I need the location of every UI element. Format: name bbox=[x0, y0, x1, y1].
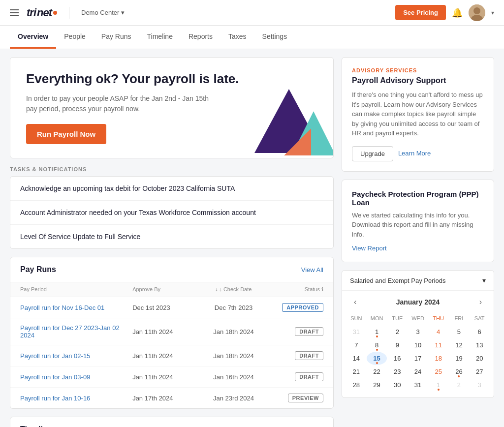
calendar-day-13[interactable]: 13 bbox=[469, 338, 490, 352]
calendar-day-7[interactable]: 7 bbox=[346, 338, 367, 352]
calendar-grid: SUN MON TUE WED THU FRI SAT 311234567891… bbox=[342, 313, 494, 397]
see-pricing-button[interactable]: See Pricing bbox=[395, 5, 446, 20]
dow-thu: THU bbox=[428, 313, 449, 323]
check-date-1: Dec 7th 2023 bbox=[200, 304, 267, 311]
calendar-day-25[interactable]: 25 bbox=[428, 365, 449, 378]
calendar-day-31[interactable]: 31 bbox=[346, 325, 367, 338]
calendar-day-27[interactable]: 27 bbox=[469, 365, 490, 378]
task-item-2[interactable]: Account Administrator needed on your Tex… bbox=[10, 201, 333, 225]
nav-item-settings[interactable]: Settings bbox=[254, 26, 295, 49]
pay-run-link-2[interactable]: Payroll run for Dec 27 2023-Jan 02 2024 bbox=[20, 324, 132, 339]
pay-run-link-3[interactable]: Payroll run for Jan 02-15 bbox=[20, 352, 132, 360]
calendar-day-1[interactable]: 1 bbox=[367, 325, 387, 338]
calendar-dropdown[interactable]: Salaried and Exempt Pay Periods ▾ bbox=[342, 271, 494, 291]
col-pay-period: Pay Period bbox=[20, 286, 132, 293]
calendar-day-of-week: SUN MON TUE WED THU FRI SAT bbox=[346, 313, 490, 323]
calendar-day-19[interactable]: 19 bbox=[449, 352, 470, 365]
nav-item-reports[interactable]: Reports bbox=[181, 26, 220, 49]
dow-wed: WED bbox=[408, 313, 428, 323]
approve-by-4: Jan 11th 2024 bbox=[132, 373, 200, 381]
col-check-date: ↓ ↓ Check Date bbox=[200, 286, 267, 293]
header: trinet Demo Center ▾ See Pricing 🔔 ▾ bbox=[0, 0, 504, 26]
nav-item-taxes[interactable]: Taxes bbox=[220, 26, 254, 49]
calendar-day-31[interactable]: 31 bbox=[408, 378, 428, 392]
calendar-day-6[interactable]: 6 bbox=[469, 325, 490, 338]
demo-center-label: Demo Center bbox=[81, 9, 119, 16]
pay-run-link-1[interactable]: Payroll run for Nov 16-Dec 01 bbox=[20, 304, 132, 311]
calendar-day-10[interactable]: 10 bbox=[408, 338, 428, 352]
hamburger-menu[interactable] bbox=[10, 9, 19, 16]
calendar-prev-button[interactable]: ‹ bbox=[350, 296, 360, 308]
header-left: trinet Demo Center ▾ bbox=[10, 6, 125, 19]
pay-run-link-5[interactable]: Payroll run for Jan 10-16 bbox=[20, 395, 132, 402]
calendar-day-17[interactable]: 17 bbox=[408, 352, 428, 365]
status-3: DRAFT bbox=[267, 351, 323, 360]
nav-item-overview[interactable]: Overview bbox=[10, 26, 56, 49]
calendar-day-3[interactable]: 3 bbox=[469, 378, 490, 392]
pay-run-row-2: Payroll run for Dec 27 2023-Jan 02 2024 … bbox=[10, 318, 333, 345]
calendar-day-29[interactable]: 29 bbox=[367, 378, 387, 392]
pay-runs-view-all[interactable]: View All bbox=[301, 266, 323, 274]
main-nav: Overview People Pay Runs Timeline Report… bbox=[0, 26, 504, 49]
dow-mon: MON bbox=[367, 313, 387, 323]
calendar-day-3[interactable]: 3 bbox=[408, 325, 428, 338]
dow-tue: TUE bbox=[387, 313, 408, 323]
demo-center-dropdown[interactable]: Demo Center ▾ bbox=[81, 9, 125, 16]
dow-sat: SAT bbox=[469, 313, 490, 323]
pay-runs-table-header: Pay Period Approve By ↓ ↓ Check Date Sta… bbox=[10, 282, 333, 297]
avatar[interactable] bbox=[469, 4, 485, 21]
nav-item-people[interactable]: People bbox=[56, 26, 94, 49]
task-item-1[interactable]: Acknowledge an upcoming tax debit for Oc… bbox=[10, 177, 333, 201]
calendar-day-28[interactable]: 28 bbox=[346, 378, 367, 392]
calendar-day-11[interactable]: 11 bbox=[428, 338, 449, 352]
calendar-day-1[interactable]: 1 bbox=[428, 378, 449, 392]
calendar-navigation: ‹ January 2024 › bbox=[342, 291, 494, 313]
calendar-dropdown-label: Salaried and Exempt Pay Periods bbox=[350, 277, 445, 284]
calendar-day-30[interactable]: 30 bbox=[387, 378, 408, 392]
run-payroll-button[interactable]: Run Payroll Now bbox=[26, 124, 106, 144]
pay-runs-header: Pay Runs View All bbox=[10, 257, 333, 282]
timeline-title: Timeline bbox=[20, 425, 52, 427]
calendar-day-15[interactable]: 15 bbox=[367, 352, 387, 365]
calendar-day-14[interactable]: 14 bbox=[346, 352, 367, 365]
task-item-3[interactable]: Level Of Service Update to Full Service bbox=[10, 225, 333, 248]
tasks-card: Acknowledge an upcoming tax debit for Oc… bbox=[10, 176, 334, 249]
calendar-day-2[interactable]: 2 bbox=[449, 378, 470, 392]
left-column: Everything ok? Your payroll is late. In … bbox=[10, 57, 334, 427]
status-badge-4: DRAFT bbox=[295, 372, 323, 381]
calendar-day-21[interactable]: 21 bbox=[346, 365, 367, 378]
learn-more-link[interactable]: Learn More bbox=[398, 146, 431, 161]
right-column: ADVISORY SERVICES Payroll Advisory Suppo… bbox=[342, 57, 494, 427]
ppp-card: Paycheck Protection Program (PPP) Loan W… bbox=[342, 180, 494, 263]
calendar-day-23[interactable]: 23 bbox=[387, 365, 408, 378]
approve-by-3: Jan 11th 2024 bbox=[132, 352, 200, 360]
calendar-day-8[interactable]: 8 bbox=[367, 338, 387, 352]
calendar-day-2[interactable]: 2 bbox=[387, 325, 408, 338]
nav-item-timeline[interactable]: Timeline bbox=[139, 26, 181, 49]
upgrade-button[interactable]: Upgrade bbox=[352, 146, 393, 161]
nav-item-pay-runs[interactable]: Pay Runs bbox=[94, 26, 139, 49]
calendar-day-22[interactable]: 22 bbox=[367, 365, 387, 378]
calendar-day-16[interactable]: 16 bbox=[387, 352, 408, 365]
advisory-buttons: Upgrade Learn More bbox=[352, 146, 484, 161]
main-content: Everything ok? Your payroll is late. In … bbox=[0, 49, 504, 427]
timeline-header: Timeline View All bbox=[10, 417, 333, 427]
view-report-link[interactable]: View Report bbox=[352, 244, 387, 252]
tasks-section-title: TASKS & NOTIFICATIONS bbox=[10, 166, 334, 172]
calendar-day-20[interactable]: 20 bbox=[469, 352, 490, 365]
calendar-day-18[interactable]: 18 bbox=[428, 352, 449, 365]
status-badge-1: APPROVED bbox=[282, 303, 323, 312]
calendar-day-24[interactable]: 24 bbox=[408, 365, 428, 378]
svg-point-1 bbox=[473, 7, 480, 14]
pay-run-link-4[interactable]: Payroll run for Jan 03-09 bbox=[20, 373, 132, 381]
calendar-day-26[interactable]: 26 bbox=[449, 365, 470, 378]
calendar-day-4[interactable]: 4 bbox=[428, 325, 449, 338]
calendar-next-button[interactable]: › bbox=[475, 296, 486, 308]
calendar-day-9[interactable]: 9 bbox=[387, 338, 408, 352]
status-info-icon[interactable]: ℹ bbox=[321, 286, 323, 292]
calendar-day-5[interactable]: 5 bbox=[449, 325, 470, 338]
calendar-day-12[interactable]: 12 bbox=[449, 338, 470, 352]
bell-icon[interactable]: 🔔 bbox=[452, 7, 463, 18]
status-4: DRAFT bbox=[267, 372, 323, 381]
check-date-2: Jan 18th 2024 bbox=[200, 328, 267, 336]
